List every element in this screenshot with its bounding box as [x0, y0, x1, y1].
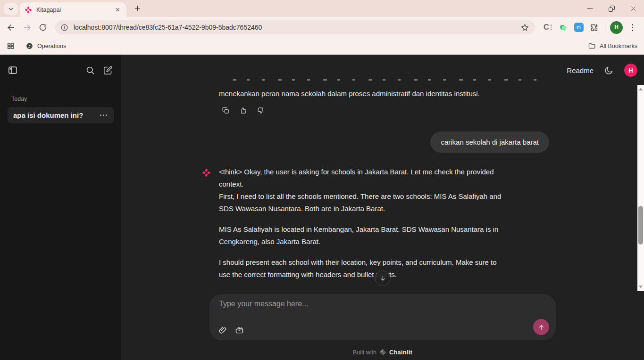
scrollbar-down-arrow[interactable] [637, 284, 644, 290]
sidebar-section-label: Today [11, 96, 121, 102]
extension-leaves-icon[interactable] [555, 19, 571, 35]
browser-toolbar: localhost:8007/thread/ce83fc25-61a7-4522… [0, 17, 644, 38]
chevron-down-icon [8, 6, 14, 12]
forward-button[interactable] [19, 19, 35, 35]
browser-profile-avatar[interactable]: H [610, 21, 623, 34]
minimize-icon [587, 8, 593, 9]
extension-c-label: C [544, 23, 550, 32]
paperclip-icon [218, 326, 227, 335]
theme-toggle-button[interactable] [604, 65, 614, 75]
maximize-button[interactable] [601, 0, 622, 17]
built-with-label: Built with [353, 349, 376, 356]
bookmark-star-icon[interactable] [520, 23, 529, 32]
thumbs-down-icon [257, 106, 265, 115]
thumbs-up-button[interactable] [239, 106, 247, 115]
thumbs-down-button[interactable] [257, 106, 265, 115]
moon-icon [604, 65, 614, 75]
new-tab-button[interactable] [133, 4, 142, 12]
scrollbar-thumb[interactable] [638, 206, 643, 245]
main-panel: Readme H menekankan peran nama sekolah d… [121, 55, 644, 360]
fi-label: FI [577, 25, 580, 30]
user-message-row: carikan sekolah di jakarta barat [206, 131, 549, 153]
search-icon [85, 65, 95, 75]
copy-button[interactable] [222, 106, 230, 115]
tab-close-button[interactable] [113, 6, 122, 14]
browser-menu-button[interactable] [625, 19, 640, 35]
scroll-to-bottom-button[interactable] [375, 270, 391, 286]
bookmark-label: Operations [37, 43, 66, 49]
commands-button[interactable] [234, 325, 244, 335]
chat-scrollbar[interactable] [637, 85, 644, 291]
arrow-down-icon [379, 275, 386, 282]
chat-message-list: menekankan peran nama sekolah dalam pros… [121, 78, 637, 300]
message-actions [222, 106, 552, 115]
user-avatar[interactable]: H [624, 64, 637, 77]
chat-history-item[interactable]: apa isi dokumen ini? [8, 107, 114, 123]
user-message-bubble: carikan sekolah di jakarta barat [430, 131, 549, 153]
chainlit-link[interactable]: Chainlit [389, 349, 412, 356]
window-controls [579, 0, 644, 17]
toolbox-icon [234, 325, 244, 335]
back-icon [7, 23, 16, 32]
scrollbar-up-arrow[interactable] [637, 86, 644, 92]
extension-fi-icon[interactable]: FI [571, 19, 586, 35]
search-button[interactable] [85, 65, 95, 75]
reload-button[interactable] [35, 19, 51, 35]
attach-button[interactable] [218, 326, 227, 335]
assistant-message: <think> Okay, the user is asking for sch… [206, 166, 552, 281]
grid-icon [7, 42, 15, 50]
plus-icon [134, 5, 141, 12]
app-header: Readme H [567, 64, 637, 77]
puzzle-icon [590, 23, 599, 32]
close-icon [115, 7, 120, 12]
assistant-message-tail: menekankan peran nama sekolah dalam pros… [219, 87, 543, 100]
assistant-paragraph: MIS As Salafiyah is located in Kembangan… [219, 223, 552, 248]
leaves-icon [558, 23, 568, 33]
restore-icon [609, 6, 615, 12]
assistant-paragraph: <think> Okay, the user is asking for sch… [219, 166, 552, 215]
apps-grid-icon[interactable] [7, 42, 15, 50]
back-button[interactable] [3, 19, 19, 35]
all-bookmarks-label: All Bookmarks [600, 43, 637, 49]
address-bar[interactable]: localhost:8007/thread/ce83fc25-61a7-4522… [55, 20, 535, 34]
profile-initial: H [614, 24, 619, 31]
readme-link[interactable]: Readme [567, 66, 594, 74]
thumbs-up-icon [239, 106, 247, 115]
new-chat-button[interactable] [103, 65, 113, 75]
close-window-button[interactable] [622, 0, 644, 17]
assistant-avatar [202, 168, 211, 179]
fi-badge: FI [574, 23, 584, 32]
url-text: localhost:8007/thread/ce83fc25-61a7-4522… [74, 24, 520, 31]
toolbar-separator [605, 23, 605, 32]
browser-tab[interactable]: Kitagapai [20, 2, 126, 17]
reload-icon [39, 23, 47, 32]
chat-item-menu-icon[interactable] [99, 113, 108, 118]
kebab-menu-icon [632, 24, 633, 31]
footer: Built with Chainlit [121, 349, 644, 356]
message-input[interactable] [219, 300, 546, 316]
compose-icon [103, 65, 113, 75]
composer [209, 294, 556, 340]
sidebar: Today apa isi dokumen ini? [0, 55, 121, 360]
minimize-button[interactable] [579, 0, 601, 17]
sidebar-toggle-button[interactable] [8, 65, 18, 75]
tab-search-button[interactable] [4, 3, 18, 15]
globe-icon [25, 42, 33, 50]
extensions-puzzle-icon[interactable] [586, 19, 602, 35]
send-button[interactable] [533, 319, 549, 335]
extension-c-icon[interactable]: C [540, 19, 555, 35]
bookmark-operations[interactable]: Operations [25, 42, 66, 50]
bookmarks-separator [20, 42, 20, 50]
all-bookmarks-button[interactable]: All Bookmarks [588, 42, 637, 50]
panel-toggle-icon [8, 65, 18, 75]
app-root: Today apa isi dokumen ini? Readme H [0, 55, 644, 360]
forward-icon [23, 23, 32, 32]
user-avatar-initial: H [628, 67, 633, 74]
bookmarks-bar: Operations All Bookmarks [0, 38, 644, 55]
chainlit-logo-icon [379, 349, 386, 356]
site-info-icon[interactable] [60, 24, 68, 32]
chat-item-label: apa isi dokumen ini? [13, 111, 99, 119]
browser-titlebar: Kitagapai [0, 0, 644, 17]
tab-title: Kitagapai [36, 7, 113, 13]
arrow-up-icon [537, 323, 545, 331]
